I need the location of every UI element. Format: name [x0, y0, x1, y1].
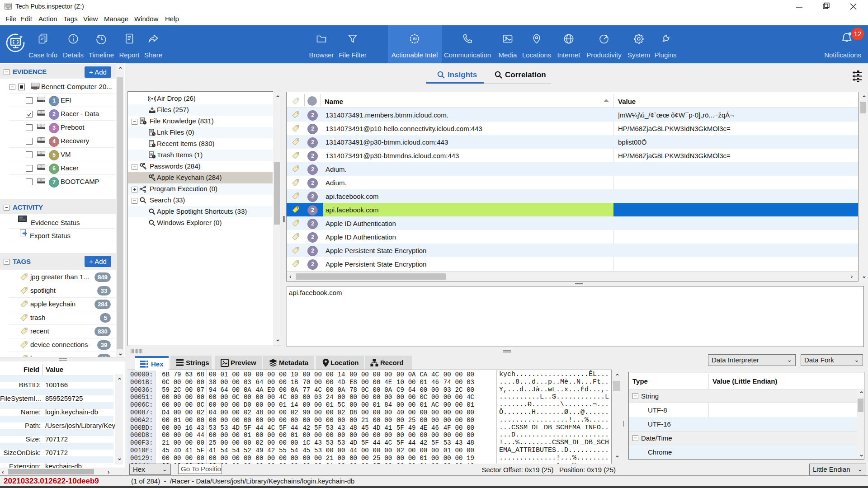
svg-text:AI: AI — [413, 37, 417, 41]
